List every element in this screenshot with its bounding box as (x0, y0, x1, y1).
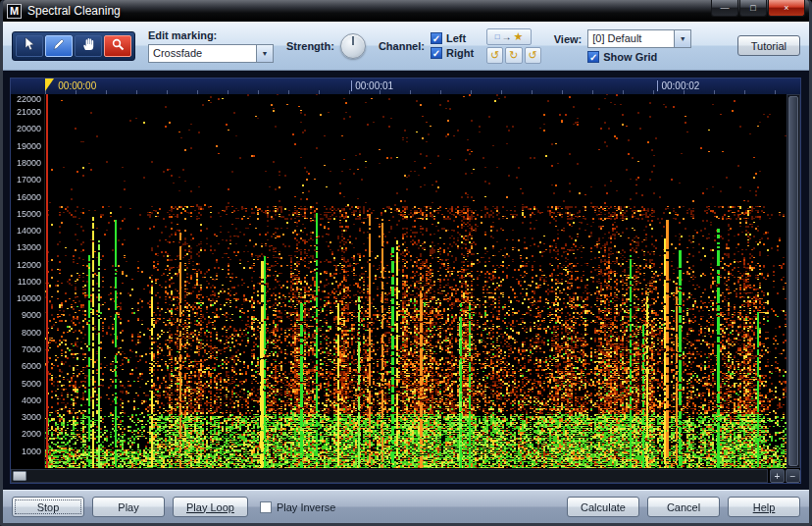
checkbox-icon[interactable]: ✓ (431, 32, 442, 44)
freq-label: 2000 (22, 430, 41, 439)
help-button[interactable]: Help (728, 497, 800, 517)
close-button[interactable]: × (768, 0, 805, 17)
channel-field: Channel: ✓ Left ✓ Right (379, 32, 474, 59)
freq-label: 18000 (17, 158, 41, 167)
strength-knob[interactable] (340, 33, 366, 59)
redo-button[interactable]: ↻ (505, 47, 522, 64)
hscroll-row: + − (11, 469, 800, 483)
cancel-button[interactable]: Cancel (647, 497, 720, 517)
calculate-button[interactable]: Calculate (567, 497, 639, 517)
time-label: 00:00:00 (47, 80, 96, 91)
freq-label: 11000 (18, 277, 41, 286)
stop-button[interactable]: Stop (12, 497, 84, 517)
freq-label: 4000 (22, 395, 41, 404)
maximize-button[interactable]: □ (739, 0, 767, 17)
view-label: View: (554, 33, 583, 45)
hand-tool-button[interactable] (75, 35, 102, 57)
window-title: Spectral Cleaning (27, 4, 705, 18)
transport-bar: Stop Play Play Loop Play Inverse Calcula… (3, 490, 809, 523)
checkbox-icon[interactable] (260, 501, 272, 513)
chevron-down-icon[interactable]: ▼ (256, 45, 273, 62)
channel-left-checkbox[interactable]: ✓ Left (431, 32, 474, 44)
star-icon: ★ (514, 30, 524, 43)
content-area: 00:00:0000:00:0100:00:02 220002100020000… (3, 71, 809, 490)
freq-label: 5000 (22, 379, 41, 388)
cleaning-actions-cluster: □ → ★ ↺ ↻ ↺ (486, 28, 541, 64)
zoom-tool-button[interactable] (104, 35, 131, 57)
strength-label: Strength: (286, 40, 334, 52)
play-button[interactable]: Play (92, 497, 165, 517)
view-value: [0] Default (588, 30, 674, 47)
freq-label: 6000 (22, 362, 41, 371)
channel-right-checkbox[interactable]: ✓ Right (431, 47, 474, 59)
horizontal-scrollbar[interactable] (11, 469, 768, 483)
freq-label: 8000 (22, 328, 41, 337)
title-bar[interactable]: M Spectral Cleaning — □ × (3, 0, 809, 22)
tool-group (12, 31, 135, 61)
freq-label: 19000 (17, 141, 41, 150)
spectral-cleaning-window: M Spectral Cleaning — □ × Edit marking: (0, 0, 812, 526)
play-inverse-label: Play Inverse (277, 501, 336, 513)
tutorial-button[interactable]: Tutorial (737, 35, 800, 56)
freq-label: 13000 (17, 243, 41, 252)
ruler-row: 00:00:0000:00:0100:00:02 (11, 79, 800, 94)
redo-icon: ↻ (509, 49, 518, 62)
checkbox-icon[interactable]: ✓ (431, 47, 442, 59)
magnifier-icon (112, 37, 125, 55)
channel-left-label: Left (446, 32, 466, 44)
freq-label: 7000 (22, 345, 41, 354)
edit-marking-field: Edit marking: Crossfade ▼ (148, 29, 274, 63)
play-inverse-checkbox[interactable]: Play Inverse (260, 501, 336, 513)
spectrogram-viewport: 00:00:0000:00:0100:00:02 220002100020000… (10, 78, 801, 484)
ruler-pad (787, 79, 800, 94)
hand-icon (82, 37, 95, 55)
selection-box-icon: □ (495, 32, 500, 41)
freq-label: 3000 (22, 413, 41, 422)
select-tool-button[interactable] (16, 35, 43, 57)
reset-icon: ↺ (529, 49, 537, 62)
app-icon: M (7, 4, 22, 19)
time-ruler[interactable]: 00:00:0000:00:0100:00:02 (45, 79, 787, 94)
freq-label: 22000 (17, 94, 41, 103)
reset-button[interactable]: ↺ (525, 47, 541, 64)
vertical-scrollbar[interactable] (787, 94, 800, 468)
horizontal-scrollbar-thumb[interactable] (13, 471, 26, 481)
freq-label: 1000 (22, 447, 41, 455)
play-loop-button[interactable]: Play Loop (173, 497, 248, 517)
ruler-corner (11, 79, 45, 94)
view-dropdown[interactable]: [0] Default ▼ (587, 29, 691, 48)
zoom-in-button[interactable]: + (770, 469, 785, 483)
draw-tool-button[interactable] (45, 35, 73, 57)
freq-label: 14000 (17, 227, 41, 236)
channel-right-label: Right (446, 47, 474, 59)
cursor-icon (25, 37, 35, 55)
freq-label: 12000 (17, 260, 41, 269)
auto-clean-button[interactable]: □ → ★ (486, 28, 532, 45)
frequency-axis: 2200021000200001900018000170001600015000… (11, 94, 45, 468)
spectrogram-row: 2200021000200001900018000170001600015000… (11, 94, 800, 468)
view-field: View: [0] Default ▼ ✓ Show Grid (554, 29, 692, 63)
spectrogram-canvas[interactable] (45, 94, 787, 468)
edit-marking-dropdown[interactable]: Crossfade ▼ (148, 44, 274, 63)
freq-label: 10000 (17, 294, 41, 303)
vertical-scrollbar-thumb[interactable] (788, 96, 798, 466)
edit-marking-value: Crossfade (149, 45, 256, 62)
freq-label: 9000 (22, 311, 41, 320)
freq-label: 15000 (17, 209, 41, 218)
show-grid-checkbox[interactable]: ✓ Show Grid (587, 51, 691, 63)
freq-label: 16000 (17, 192, 41, 201)
checkbox-icon[interactable]: ✓ (587, 51, 599, 63)
time-label: 00:00:01 (351, 80, 393, 91)
strength-field: Strength: (286, 33, 366, 59)
freq-label: 20000 (17, 125, 41, 133)
channel-label: Channel: (379, 40, 425, 52)
zoom-out-button[interactable]: − (786, 469, 800, 483)
zoom-buttons: + − (770, 469, 800, 483)
toolbar: Edit marking: Crossfade ▼ Strength: Chan… (3, 22, 809, 71)
edit-marking-label: Edit marking: (148, 29, 274, 41)
freq-label: 17000 (17, 176, 41, 184)
chevron-down-icon[interactable]: ▼ (674, 30, 690, 47)
undo-button[interactable]: ↺ (486, 47, 503, 64)
time-label: 00:00:02 (657, 80, 699, 91)
minimize-button[interactable]: — (711, 0, 738, 17)
